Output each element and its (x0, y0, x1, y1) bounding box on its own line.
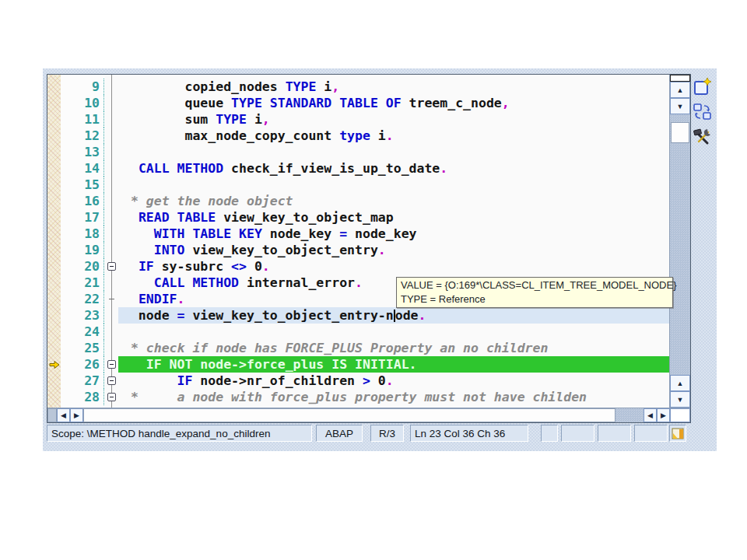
code-line[interactable]: 9 copied_nodes TYPE i, (47, 79, 669, 95)
line-number: 17 (61, 209, 104, 226)
fold-margin[interactable] (104, 258, 118, 275)
code-line[interactable]: 12 max_node_copy_count type i. (47, 128, 669, 144)
up-arrow-icon: ▲ (677, 380, 684, 387)
scrollbar-corner-box[interactable] (670, 408, 690, 422)
fold-collapse-icon[interactable] (107, 262, 116, 271)
tooltip-type-line: TYPE = Reference (401, 292, 668, 306)
breakpoint-margin[interactable] (47, 79, 61, 95)
screen: 9 copied_nodes TYPE i,10 queue TYPE STAN… (0, 0, 747, 560)
fold-collapse-icon[interactable] (107, 360, 116, 369)
code-line[interactable]: 14 CALL METHOD check_if_view_is_up_to_da… (47, 160, 669, 177)
breakpoint-margin[interactable] (47, 144, 61, 160)
code-segment: <> (231, 259, 247, 274)
breakpoint-margin[interactable] (47, 324, 61, 340)
scroll-down-button[interactable]: ▼ (670, 98, 690, 114)
line-number: 14 (61, 160, 104, 177)
right-arrow-icon: ▶ (74, 411, 79, 419)
horizontal-scroll-thumb[interactable] (83, 408, 615, 422)
breakpoint-margin[interactable] (47, 389, 61, 405)
switch-objects-button[interactable] (693, 102, 713, 122)
vertical-scrollbar[interactable]: ▲ ▼ ▲ ▼ (669, 75, 690, 408)
abap-code-editor[interactable]: 9 copied_nodes TYPE i,10 queue TYPE STAN… (47, 74, 691, 423)
scroll-right-button[interactable]: ▶ (70, 408, 83, 422)
fold-margin[interactable] (104, 356, 118, 373)
scrollbar-split-handle[interactable] (670, 75, 690, 82)
horizontal-scroll-track[interactable] (615, 408, 644, 422)
scroll-down-button-bottom[interactable]: ▼ (670, 391, 690, 408)
fold-collapse-icon[interactable] (107, 376, 116, 385)
status-mode-cell (669, 425, 686, 442)
code-segment: ode (395, 308, 419, 323)
code-segment (123, 161, 139, 176)
breakpoint-margin[interactable] (47, 128, 61, 144)
breakpoint-margin[interactable] (47, 95, 61, 111)
scroll-left-button-right[interactable]: ◀ (644, 408, 657, 422)
tooltip-value-line: VALUE = {O:169*\CLASS=CL_ITEM_TREE_MODEL… (401, 278, 668, 292)
code-line[interactable]: 25 * check if node has FORCE_PLUS Proper… (47, 340, 669, 356)
code-line[interactable]: 19 INTO view_key_to_object_entry. (47, 242, 669, 258)
code-segment: . (419, 308, 426, 323)
code-line[interactable]: 24 (47, 324, 669, 340)
code-segment: . (355, 275, 363, 290)
line-number: 25 (61, 340, 104, 356)
up-arrow-icon: ▲ (677, 86, 684, 94)
fold-collapse-icon[interactable] (107, 393, 116, 401)
code-line[interactable]: 15 (47, 177, 669, 193)
breakpoint-margin[interactable] (47, 160, 61, 177)
breakpoint-margin[interactable] (47, 275, 61, 291)
code-line[interactable]: 27 IF node->nr_of_children > 0. (47, 373, 669, 389)
code-line[interactable]: 16 * get the node object (47, 193, 669, 209)
code-segment: i (324, 79, 331, 94)
breakpoint-margin[interactable] (47, 177, 61, 193)
code-text: queue TYPE STANDARD TABLE OF treem_c_nod… (118, 95, 669, 111)
code-segment (123, 275, 154, 290)
scroll-right-button-right[interactable]: ▶ (657, 408, 670, 422)
code-segment: node (123, 308, 177, 323)
breakpoint-margin[interactable] (47, 111, 61, 128)
code-line[interactable]: 10 queue TYPE STANDARD TABLE OF treem_c_… (47, 95, 669, 111)
breakpoint-margin[interactable] (47, 291, 61, 307)
breakpoint-margin[interactable] (47, 340, 61, 356)
code-line[interactable]: 13 (47, 144, 669, 160)
breakpoint-margin[interactable] (47, 242, 61, 258)
tools-button[interactable] (693, 127, 713, 147)
scroll-left-button[interactable]: ◀ (57, 408, 70, 422)
line-number: 11 (61, 111, 104, 128)
code-line[interactable]: 11 sum TYPE i, (47, 111, 669, 128)
code-segment: > (363, 373, 370, 388)
create-button[interactable] (693, 77, 713, 97)
breakpoint-margin[interactable] (47, 209, 61, 226)
code-segment: . (386, 373, 394, 388)
fold-margin[interactable] (104, 389, 118, 405)
breakpoint-margin[interactable] (47, 193, 61, 209)
cursor-position-text: Ln 23 Col 36 Ch 36 (415, 428, 505, 439)
code-line[interactable]: 28 * a node with force_plus property mus… (47, 389, 669, 405)
code-line[interactable]: 17 READ TABLE view_key_to_object_map (47, 209, 669, 226)
code-segment: i (254, 112, 262, 127)
breakpoint-margin[interactable] (47, 356, 61, 373)
left-arrow-icon: ◀ (647, 411, 653, 419)
code-segment: TYPE STANDARD TABLE OF (231, 96, 409, 110)
scroll-up-button-bottom[interactable]: ▲ (670, 375, 690, 391)
code-segment: view_key_to_object_map (223, 210, 394, 225)
line-number: 15 (61, 177, 104, 193)
code-segment: . (378, 243, 386, 257)
breakpoint-margin[interactable] (47, 258, 61, 275)
code-segment: queue (123, 96, 231, 110)
code-segment: * a node with force_plus property must n… (123, 390, 587, 404)
code-line[interactable]: 20 IF sy-subrc <> 0. (47, 258, 669, 275)
breakpoint-margin[interactable] (47, 226, 61, 242)
code-line[interactable]: 23 node = view_key_to_object_entry-node. (47, 307, 669, 324)
hscrollbar-split-handle[interactable] (47, 408, 57, 422)
breakpoint-margin[interactable] (47, 307, 61, 324)
code-segment: * get the node object (123, 194, 293, 208)
vertical-scroll-track[interactable] (670, 114, 690, 375)
line-number: 16 (61, 193, 104, 209)
breakpoint-margin[interactable] (47, 373, 61, 389)
code-line[interactable]: 18 WITH TABLE KEY node_key = node_key (47, 226, 669, 242)
vertical-scroll-thumb[interactable] (671, 122, 689, 143)
code-line[interactable]: 26 IF NOT node->force_plus IS INITIAL. (47, 356, 669, 373)
horizontal-scrollbar[interactable]: ◀ ▶ ◀ ▶ (47, 408, 690, 422)
fold-margin[interactable] (104, 373, 118, 389)
scroll-up-button[interactable]: ▲ (670, 82, 690, 98)
